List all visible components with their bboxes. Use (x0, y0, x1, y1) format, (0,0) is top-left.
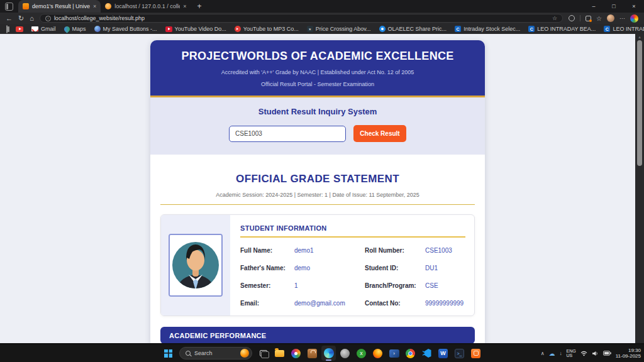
bookmark-leo-bear[interactable]: CLEO INTRADAY BEA... (528, 26, 596, 32)
tab-result-page[interactable]: demo1's Result | University Resul × (18, 0, 101, 13)
onedrive-icon[interactable]: ☁ (549, 350, 555, 357)
extensions-icon[interactable] (586, 16, 591, 21)
scroll-up-icon[interactable]: ▲ (635, 35, 644, 39)
chrome-button[interactable] (403, 346, 418, 361)
gold-divider (160, 204, 475, 205)
college-header: PROJECTWORLDS OF ACADEMIC EXCELLENCE Acc… (150, 40, 485, 97)
tray-download-icon[interactable]: ↓ (560, 351, 562, 356)
scrollbar-thumb[interactable] (637, 40, 642, 166)
gray-app-button[interactable] (338, 346, 352, 361)
language-indicator[interactable]: ENG US (567, 349, 576, 358)
bookmark-olaelec[interactable]: OLAELEC Share Pric... (379, 26, 447, 32)
photos-button[interactable] (289, 346, 303, 361)
student-info-card: STUDENT INFORMATION Full Name: demo1 Rol… (160, 214, 475, 316)
xampp-button[interactable] (469, 346, 483, 361)
check-result-button[interactable]: Check Result (353, 125, 406, 142)
college-tagline: Official Result Portal - Semester Examin… (157, 81, 479, 87)
site-info-icon[interactable]: i (45, 16, 51, 21)
toolbar-right: ☆ ··· (569, 14, 638, 23)
back-icon[interactable]: ← (6, 15, 13, 22)
task-view-button[interactable] (256, 346, 270, 361)
bookmark-star-icon[interactable]: ☆ (552, 15, 557, 21)
vscode-button[interactable] (419, 346, 434, 361)
student-info-grid: Full Name: demo1 Roll Number: CSE1003 Fa… (240, 247, 465, 307)
edge-icon (324, 348, 334, 358)
play-circle-icon (235, 26, 241, 32)
store-button[interactable] (305, 346, 319, 361)
browser-titlebar: demo1's Result | University Resul × loca… (0, 0, 644, 13)
file-explorer-button[interactable] (272, 346, 287, 361)
roll-number-input[interactable] (229, 126, 346, 142)
terminal-button[interactable]: >_ (452, 346, 467, 361)
clock[interactable]: 19:30 11-09-2025 (616, 348, 641, 359)
url-text[interactable]: localhost/college_website/result.php (54, 15, 549, 21)
volume-icon[interactable] (592, 351, 599, 356)
bookmark-youtube-video[interactable]: YouTube Video Do... (165, 26, 226, 32)
chrome-icon (406, 349, 415, 358)
youtube-icon (16, 26, 23, 32)
xbox-icon: x (357, 349, 366, 358)
xbox-button[interactable]: x (354, 346, 369, 361)
battery-icon[interactable] (603, 351, 611, 356)
bookmark-intraday[interactable]: CIntraday Stock Selec... (455, 26, 520, 32)
edge-button[interactable] (321, 346, 336, 361)
bookmark-saved-buttons[interactable]: My Saved Buttons -... (94, 26, 157, 32)
refresh-icon[interactable]: ↻ (18, 15, 24, 22)
c-logo-icon: C (455, 26, 461, 32)
store-bag-icon (308, 349, 317, 358)
tab-workspaces-icon[interactable] (5, 3, 13, 11)
address-bar[interactable]: i localhost/college_website/result.php ☆ (40, 14, 563, 23)
minimize-button[interactable]: – (584, 0, 604, 13)
globe-icon (379, 26, 386, 32)
blue-orb-icon (94, 26, 101, 32)
page-viewport: PROJECTWORLDS OF ACADEMIC EXCELLENCE Acc… (0, 34, 644, 343)
rewards-orb-icon[interactable] (630, 14, 638, 23)
tab-phpmyadmin[interactable]: localhost / 127.0.0.1 / college_d × (101, 0, 191, 13)
word-button[interactable]: W (436, 346, 450, 361)
info-label: Full Name: (240, 247, 294, 254)
firefox-button[interactable] (370, 346, 385, 361)
tab-close-icon[interactable]: × (183, 3, 186, 9)
student-photo (169, 234, 223, 297)
tab-close-icon[interactable]: × (93, 3, 96, 9)
bookmark-gmail[interactable]: Gmail (31, 26, 56, 32)
taskbar-search[interactable]: Search (179, 347, 252, 359)
info-label: Father's Name: (240, 265, 294, 272)
bookmark-label: OLAELEC Share Pric... (388, 26, 447, 32)
bookmark-price-crossing[interactable]: ×Price Crossing Abov... (307, 26, 371, 32)
start-button[interactable] (161, 346, 175, 361)
search-icon (186, 351, 191, 356)
settings-menu-icon[interactable]: ··· (619, 15, 625, 21)
wifi-icon[interactable] (580, 351, 587, 356)
tab-title: localhost / 127.0.0.1 / college_d (114, 3, 180, 9)
language-line2: US (567, 353, 573, 358)
c-logo-icon: C (528, 26, 535, 32)
bookmark-label: Gmail (41, 26, 56, 32)
powershell-button[interactable]: › (387, 346, 401, 361)
profile-avatar[interactable] (607, 14, 614, 22)
bookmark-label: Maps (72, 26, 86, 32)
bookmark-leo-bull[interactable]: CLEO INTRADAY BUL... (604, 26, 644, 32)
info-value: demo (294, 265, 365, 272)
youtube-play-icon (165, 26, 172, 32)
search-highlight-icon (240, 349, 249, 358)
phpmyadmin-favicon (105, 3, 111, 9)
info-value: DU1 (425, 265, 465, 272)
home-icon[interactable]: ⌂ (30, 15, 34, 22)
bookmark-label: YouTube to MP3 Co... (243, 26, 299, 32)
windows-taskbar: Search x › W >_ ∧ ☁ ↓ ENG US 19: (0, 344, 644, 362)
favorites-icon[interactable]: ☆ (596, 15, 602, 22)
close-button[interactable]: × (624, 0, 644, 13)
bookmark-youtube[interactable] (16, 26, 23, 32)
page-scrollbar[interactable]: ▲ (635, 34, 644, 343)
xampp-icon (471, 349, 480, 358)
maximize-button[interactable]: □ (604, 0, 624, 13)
bookmark-maps[interactable]: Maps (64, 26, 86, 32)
tray-expand-icon[interactable]: ∧ (541, 351, 545, 356)
bookmark-youtube-mp3[interactable]: YouTube to MP3 Co... (235, 26, 299, 32)
sidebar-panel-icon[interactable] (6, 25, 8, 33)
info-label: Contact No: (365, 300, 425, 307)
browser-essentials-icon[interactable] (569, 15, 575, 21)
windows-logo-icon (164, 349, 172, 358)
new-tab-button[interactable]: + (197, 3, 202, 10)
